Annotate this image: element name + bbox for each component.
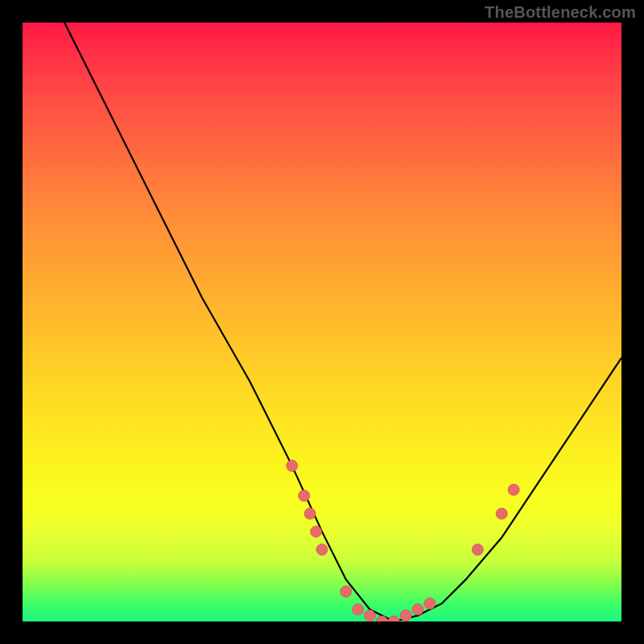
data-marker	[400, 610, 411, 621]
data-marker	[412, 604, 423, 615]
data-marker	[424, 598, 436, 609]
watermark-text: TheBottleneck.com	[485, 3, 636, 22]
data-marker	[472, 544, 483, 555]
data-marker	[311, 526, 322, 537]
data-marker	[353, 604, 364, 615]
data-marker	[341, 586, 352, 597]
plot-area	[23, 23, 621, 621]
data-marker	[508, 484, 519, 495]
chart-root: TheBottleneck.com	[0, 0, 644, 644]
data-marker	[316, 544, 328, 555]
marker-group	[287, 460, 519, 621]
data-marker	[299, 490, 310, 502]
data-marker	[287, 460, 298, 472]
data-marker	[365, 610, 376, 621]
data-marker	[496, 508, 507, 519]
data-marker	[388, 616, 399, 621]
data-marker	[304, 508, 316, 519]
bottleneck-chart-svg	[23, 23, 621, 621]
